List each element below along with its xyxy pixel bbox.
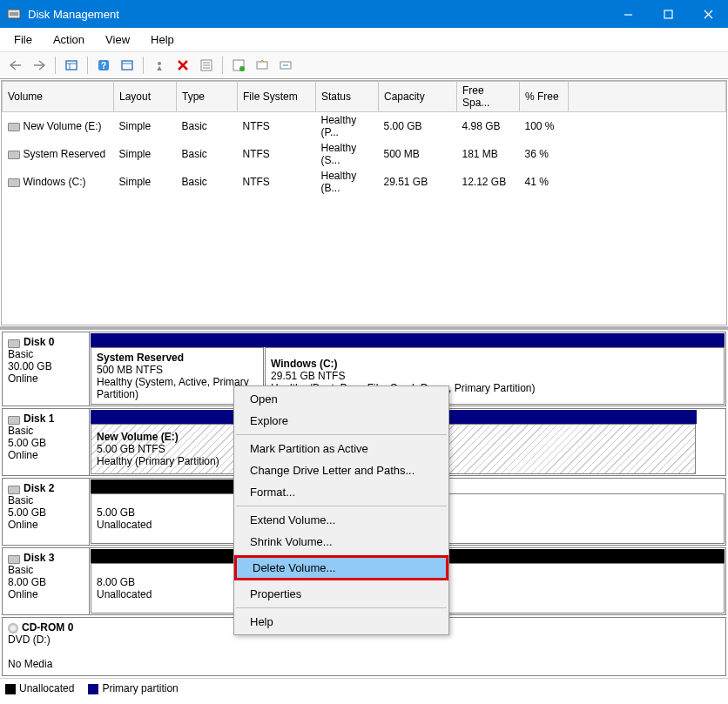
- disk-label: Disk 0 Basic30.00 GBOnline: [3, 332, 90, 406]
- disk-label: Disk 1 Basic5.00 GBOnline: [3, 409, 90, 475]
- col-pctfree[interactable]: % Free: [520, 82, 569, 112]
- disk-label: Disk 2 Basic5.00 GBOnline: [3, 479, 90, 545]
- menubar: File Action View Help: [0, 28, 728, 52]
- disk-label: Disk 3 Basic8.00 GBOnline: [3, 548, 90, 614]
- forward-button[interactable]: [29, 56, 50, 75]
- svg-rect-3: [664, 10, 672, 18]
- ctx-shrink[interactable]: Shrink Volume...: [234, 531, 448, 553]
- help-button[interactable]: ?: [93, 56, 114, 75]
- ctx-delete-volume[interactable]: Delete Volume...: [237, 558, 446, 578]
- disk-icon: [8, 555, 20, 564]
- titlebar: Disk Management: [0, 0, 728, 28]
- disk-icon: [8, 486, 20, 494]
- volume-icon: [8, 151, 20, 159]
- ctx-explore[interactable]: Explore: [234, 410, 448, 432]
- table-row[interactable]: Windows (C:) SimpleBasicNTFS Healthy (B.…: [3, 168, 726, 196]
- ctx-open[interactable]: Open: [234, 388, 448, 410]
- action-button[interactable]: [117, 56, 138, 75]
- svg-point-13: [158, 62, 161, 65]
- ctx-delete-wrap: Delete Volume...: [234, 555, 448, 580]
- ctx-properties[interactable]: Properties: [234, 583, 448, 605]
- col-volume[interactable]: Volume: [3, 82, 114, 112]
- settings-button[interactable]: [149, 56, 170, 75]
- detach-icon[interactable]: [275, 56, 296, 75]
- menu-action[interactable]: Action: [43, 30, 95, 50]
- toolbar: ?: [0, 52, 728, 79]
- volume-table: Volume Layout Type File System Status Ca…: [2, 81, 726, 196]
- svg-rect-22: [257, 62, 267, 69]
- back-button[interactable]: [5, 56, 26, 75]
- svg-point-21: [239, 66, 245, 71]
- ctx-change-letter[interactable]: Change Drive Letter and Paths...: [234, 459, 448, 481]
- svg-rect-11: [122, 61, 132, 70]
- delete-icon[interactable]: [172, 56, 193, 75]
- table-row[interactable]: New Volume (E:) SimpleBasicNTFS Healthy …: [3, 112, 726, 141]
- disk-icon: [8, 416, 20, 425]
- context-menu: Open Explore Mark Partition as Active Ch…: [233, 386, 449, 635]
- show-hide-button[interactable]: [61, 56, 82, 75]
- col-fs[interactable]: File System: [238, 82, 316, 112]
- properties-icon[interactable]: [196, 56, 217, 75]
- table-header: Volume Layout Type File System Status Ca…: [3, 82, 726, 112]
- minimize-button[interactable]: [608, 0, 648, 28]
- legend: Unallocated Primary partition: [0, 678, 728, 698]
- legend-unallocated-swatch: [5, 684, 16, 694]
- close-button[interactable]: [688, 0, 728, 28]
- col-type[interactable]: Type: [177, 82, 238, 112]
- menu-file[interactable]: File: [3, 30, 43, 50]
- col-spacer[interactable]: [569, 82, 726, 112]
- svg-rect-6: [66, 61, 77, 70]
- col-status[interactable]: Status: [316, 82, 379, 112]
- disk-icon: [8, 339, 20, 348]
- legend-primary-swatch: [88, 684, 98, 694]
- ctx-extend[interactable]: Extend Volume...: [234, 509, 448, 531]
- cdrom-icon: [8, 623, 18, 634]
- volume-icon: [8, 123, 20, 131]
- ctx-help[interactable]: Help: [234, 611, 448, 633]
- menu-view[interactable]: View: [95, 30, 140, 50]
- col-layout[interactable]: Layout: [114, 82, 177, 112]
- menu-help[interactable]: Help: [140, 30, 185, 50]
- window-buttons: [608, 0, 728, 28]
- refresh-icon[interactable]: [228, 56, 249, 75]
- volume-icon: [8, 178, 20, 187]
- maximize-button[interactable]: [648, 0, 688, 28]
- volume-list: Volume Layout Type File System Status Ca…: [1, 80, 727, 325]
- col-capacity[interactable]: Capacity: [379, 82, 457, 112]
- ctx-mark-active[interactable]: Mark Partition as Active: [234, 438, 448, 459]
- disk-management-icon: [7, 7, 21, 21]
- window-title: Disk Management: [28, 8, 608, 21]
- attach-icon[interactable]: [252, 56, 273, 75]
- svg-text:?: ?: [101, 61, 106, 70]
- col-free[interactable]: Free Spa...: [457, 82, 520, 112]
- svg-rect-1: [10, 12, 18, 16]
- ctx-format[interactable]: Format...: [234, 481, 448, 503]
- table-row[interactable]: System Reserved SimpleBasicNTFS Healthy …: [3, 140, 726, 168]
